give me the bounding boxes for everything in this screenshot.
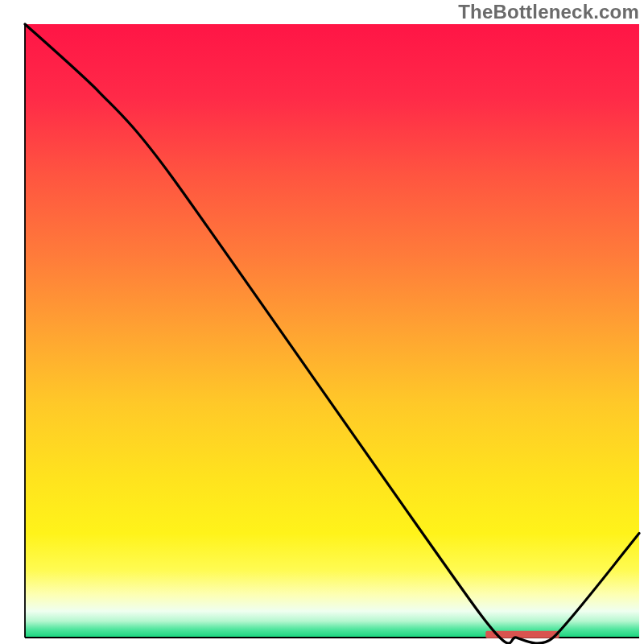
plot-gradient-background [25, 24, 639, 638]
bottleneck-chart [0, 0, 644, 644]
watermark-text: TheBottleneck.com [458, 1, 639, 23]
chart-stage: TheBottleneck.com [0, 0, 644, 644]
